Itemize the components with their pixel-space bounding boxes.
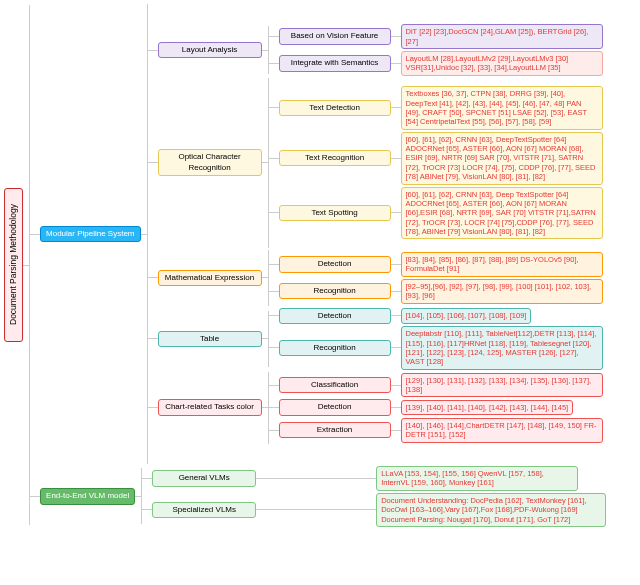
connector bbox=[148, 338, 158, 339]
row-chart-cls: Classification [129], [130], [131], [132… bbox=[269, 373, 603, 398]
leaf-text: [60], [61], [62], CRNN [63], DeepTextSpo… bbox=[406, 135, 596, 182]
connector bbox=[391, 36, 401, 37]
node-mps: Modular Pipeline System bbox=[40, 226, 140, 242]
leaf-chart-cls: [129], [130], [131], [132], [133], [134]… bbox=[401, 373, 603, 398]
branch-chart: Chart-related Tasks color Classification… bbox=[148, 372, 603, 444]
bracket bbox=[268, 78, 269, 248]
node-table-rec: Recognition bbox=[279, 340, 391, 356]
level1-children: Modular Pipeline System Layout Analysis … bbox=[30, 4, 606, 527]
connector bbox=[269, 407, 279, 408]
bracket bbox=[268, 372, 269, 444]
connector bbox=[269, 36, 279, 37]
connector bbox=[391, 385, 401, 386]
bracket bbox=[268, 311, 269, 367]
branch-math: Mathematical Expression Detection [83], … bbox=[148, 250, 603, 306]
connector bbox=[391, 347, 401, 348]
leaf-text: [129], [130], [131], [132], [133], [134]… bbox=[406, 376, 592, 394]
leaf-text: [139], [140], [141], [140], [142], [143]… bbox=[406, 403, 569, 412]
node-layout-vision: Based on Vision Feature bbox=[279, 28, 391, 44]
leaf-math-det: [83], [84], [85], [86], [87], [88], [89]… bbox=[401, 252, 603, 277]
node-layout-sem: Integrate with Semantics bbox=[279, 55, 391, 71]
row-chart-det: Detection [139], [140], [141], [140], [1… bbox=[269, 399, 603, 415]
row-math-rec: Recognition [92–95],[96], [92], [97], [9… bbox=[269, 279, 603, 304]
branch-table: Table Detection [104], [105], [106], [10… bbox=[148, 308, 603, 370]
connector bbox=[30, 496, 40, 497]
row-layout-sem: Integrate with Semantics LayoutLM [28],L… bbox=[269, 51, 603, 76]
row-table-det: Detection [104], [105], [106], [107], [1… bbox=[269, 308, 603, 324]
leaf-text: Textboxes [36, 37], CTPN [38], DRRG [39]… bbox=[406, 89, 587, 126]
bracket-l0 bbox=[29, 5, 30, 525]
connector bbox=[391, 158, 401, 159]
ocr-children: Text Detection Textboxes [36, 37], CTPN … bbox=[269, 86, 603, 239]
leaf-vlm-spec: Document Understanding: DocPedia [162], … bbox=[376, 493, 606, 527]
leaf-table-det: [104], [105], [106], [107], [108], [109] bbox=[401, 308, 532, 323]
node-ocr-det: Text Detection bbox=[279, 100, 391, 116]
connector bbox=[269, 315, 279, 316]
node-vlm-spec: Specialized VLMs bbox=[152, 502, 256, 518]
connector bbox=[269, 385, 279, 386]
connector bbox=[269, 158, 279, 159]
connector bbox=[148, 277, 158, 278]
connector bbox=[269, 63, 279, 64]
row-vlm-gen: General VLMs LLaVA [153, 154], [155, 156… bbox=[142, 466, 606, 491]
leaf-layout-vision: DiT [22] [23],DocGCN [24],GLAM [25]), BE… bbox=[401, 24, 603, 49]
node-chart-ext: Extraction bbox=[279, 422, 391, 438]
mps-children: Layout Analysis Based on Vision Feature … bbox=[148, 24, 603, 443]
leaf-text: Document Understanding: DocPedia [162], … bbox=[381, 496, 586, 524]
leaf-text: [60], [61], [62], CRNN [63], Deep TextSp… bbox=[406, 190, 596, 237]
connector bbox=[269, 291, 279, 292]
branch-ocr: Optical Character Recognition Text Detec… bbox=[148, 78, 603, 248]
math-children: Detection [83], [84], [85], [86], [87], … bbox=[269, 252, 603, 304]
root-node: Document Parsing Methodology bbox=[4, 188, 23, 342]
connector bbox=[269, 347, 279, 348]
leaf-table-rec: Deeptabstr [110], [111], TableNet[112],D… bbox=[401, 326, 603, 370]
leaf-vlm-gen: LLaVA [153, 154], [155, 156] QwenVL [157… bbox=[376, 466, 578, 491]
branch-mps: Modular Pipeline System Layout Analysis … bbox=[30, 4, 606, 464]
node-ocr-spot: Text Spotting bbox=[279, 205, 391, 221]
leaf-ocr-spot: [60], [61], [62], CRNN [63], Deep TextSp… bbox=[401, 187, 603, 240]
connector bbox=[30, 234, 40, 235]
leaf-text: [140], [146], [144],ChartDETR [147], [14… bbox=[406, 421, 597, 439]
table-children: Detection [104], [105], [106], [107], [1… bbox=[269, 308, 603, 370]
tree-root: Document Parsing Methodology Modular Pip… bbox=[4, 4, 640, 527]
connector bbox=[269, 430, 279, 431]
connector bbox=[269, 264, 279, 265]
node-math-det: Detection bbox=[279, 256, 391, 272]
layout-children: Based on Vision Feature DiT [22] [23],Do… bbox=[269, 24, 603, 76]
node-vlm-gen: General VLMs bbox=[152, 470, 256, 486]
connector bbox=[148, 162, 158, 163]
connector bbox=[391, 63, 401, 64]
leaf-chart-det: [139], [140], [141], [140], [142], [143]… bbox=[401, 400, 574, 415]
bracket bbox=[268, 250, 269, 306]
leaf-text: [104], [105], [106], [107], [108], [109] bbox=[406, 311, 527, 320]
leaf-ocr-rec: [60], [61], [62], CRNN [63], DeepTextSpo… bbox=[401, 132, 603, 185]
row-chart-ext: Extraction [140], [146], [144],ChartDETR… bbox=[269, 418, 603, 443]
vlm-children: General VLMs LLaVA [153, 154], [155, 156… bbox=[142, 466, 606, 527]
chart-children: Classification [129], [130], [131], [132… bbox=[269, 373, 603, 443]
node-table-det: Detection bbox=[279, 308, 391, 324]
node-ocr: Optical Character Recognition bbox=[158, 149, 262, 176]
connector bbox=[391, 264, 401, 265]
node-chart: Chart-related Tasks color bbox=[158, 399, 262, 415]
connector bbox=[391, 430, 401, 431]
connector bbox=[269, 107, 279, 108]
row-vlm-spec: Specialized VLMs Document Understanding:… bbox=[142, 493, 606, 527]
connector bbox=[391, 315, 401, 316]
connector bbox=[391, 291, 401, 292]
connector bbox=[142, 478, 152, 479]
branch-vlm: End-to-End VLM model General VLMs LLaVA … bbox=[30, 466, 606, 527]
row-layout-vision: Based on Vision Feature DiT [22] [23],Do… bbox=[269, 24, 603, 49]
leaf-math-rec: [92–95],[96], [92], [97], [98], [99], [1… bbox=[401, 279, 603, 304]
connector bbox=[148, 407, 158, 408]
node-chart-det: Detection bbox=[279, 399, 391, 415]
leaf-text: [92–95],[96], [92], [97], [98], [99], [1… bbox=[406, 282, 592, 300]
leaf-text: LLaVA [153, 154], [155, 156] QwenVL [157… bbox=[381, 469, 544, 487]
row-ocr-spot: Text Spotting [60], [61], [62], CRNN [63… bbox=[269, 187, 603, 240]
leaf-text: DiT [22] [23],DocGCN [24],GLAM [25]), BE… bbox=[406, 27, 589, 45]
connector bbox=[391, 407, 401, 408]
leaf-text: [83], [84], [85], [86], [87], [88], [89]… bbox=[406, 255, 579, 273]
bracket-mps bbox=[147, 4, 148, 464]
leaf-ocr-det: Textboxes [36, 37], CTPN [38], DRRG [39]… bbox=[401, 86, 603, 130]
leaf-chart-ext: [140], [146], [144],ChartDETR [147], [14… bbox=[401, 418, 603, 443]
node-table: Table bbox=[158, 331, 262, 347]
